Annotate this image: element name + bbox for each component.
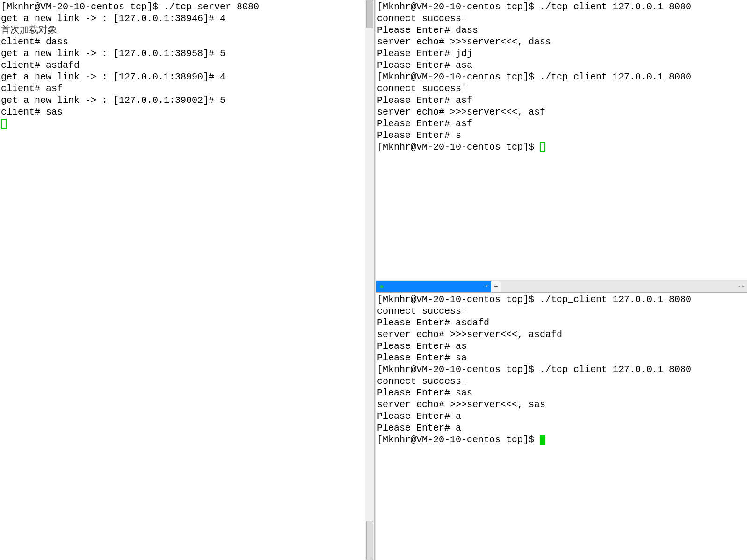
terminal-line: [Mknhr@VM-20-10-centos tcp]$ ./tcp_clien…	[377, 294, 747, 305]
scroll-track-end[interactable]	[366, 521, 373, 560]
prompt-line: [Mknhr@VM-20-10-centos tcp]$	[377, 434, 747, 445]
terminal-line: Please Enter# asa	[377, 59, 747, 71]
close-tab-icon[interactable]: ×	[485, 283, 488, 290]
terminal-output-left: [Mknhr@VM-20-10-centos tcp]$ ./tcp_serve…	[1, 1, 374, 129]
terminal-line: connect success!	[377, 13, 747, 24]
right-top-terminal-pane[interactable]: [Mknhr@VM-20-10-centos tcp]$ ./tcp_clien…	[376, 0, 747, 280]
terminal-line: Please Enter# a	[377, 410, 747, 422]
shell-prompt: [Mknhr@VM-20-10-centos tcp]$	[377, 434, 540, 445]
terminal-line: connect success!	[377, 305, 747, 317]
shell-prompt: [Mknhr@VM-20-10-centos tcp]$	[377, 142, 540, 152]
terminal-line: Please Enter# sa	[377, 352, 747, 364]
terminal-line: Please Enter# asdafd	[377, 317, 747, 329]
active-tab[interactable]: ×	[376, 281, 491, 292]
terminal-line: Please Enter# as	[377, 340, 747, 352]
terminal-line: [Mknhr@VM-20-10-centos tcp]$ ./tcp_clien…	[377, 71, 747, 83]
terminal-line: connect success!	[377, 375, 747, 387]
tab-nav-arrows: ◂ ▸	[736, 281, 747, 292]
terminal-line: Please Enter# asf	[377, 94, 747, 106]
cursor-icon	[540, 142, 545, 152]
terminal-line: client# sas	[1, 106, 374, 118]
plus-icon: +	[494, 283, 498, 291]
terminal-line: Please Enter# sas	[377, 387, 747, 399]
terminal-line: Please Enter# asf	[377, 118, 747, 129]
tab-nav-right-icon[interactable]: ▸	[742, 283, 745, 290]
cursor-line	[1, 118, 374, 129]
terminal-line: server echo# >>>server<<<, asf	[377, 106, 747, 118]
scroll-thumb[interactable]	[366, 0, 373, 28]
terminal-line: client# asf	[1, 83, 374, 94]
terminal-line: client# asdafd	[1, 59, 374, 71]
prompt-line: [Mknhr@VM-20-10-centos tcp]$	[377, 141, 747, 153]
cursor-icon	[1, 119, 7, 129]
left-terminal-pane[interactable]: [Mknhr@VM-20-10-centos tcp]$ ./tcp_serve…	[0, 0, 374, 560]
status-dot-icon	[380, 285, 383, 288]
cursor-icon	[540, 435, 545, 445]
terminal-line: Please Enter# jdj	[377, 48, 747, 59]
terminal-line: Please Enter# s	[377, 129, 747, 141]
right-bottom-terminal-pane[interactable]: [Mknhr@VM-20-10-centos tcp]$ ./tcp_clien…	[376, 293, 747, 560]
terminal-line: 首次加载对象	[1, 24, 374, 36]
terminal-line: client# dass	[1, 36, 374, 48]
terminal-line: get a new link -> : [127.0.0.1:39002]# 5	[1, 94, 374, 106]
tab-bar: × + ◂ ▸	[376, 281, 747, 293]
terminal-output-right-bottom: [Mknhr@VM-20-10-centos tcp]$ ./tcp_clien…	[377, 294, 747, 445]
tab-nav-left-icon[interactable]: ◂	[738, 283, 741, 290]
terminal-line: server echo# >>>server<<<, asdafd	[377, 329, 747, 340]
terminal-line: [Mknhr@VM-20-10-centos tcp]$ ./tcp_clien…	[377, 364, 747, 375]
terminal-line: [Mknhr@VM-20-10-centos tcp]$ ./tcp_clien…	[377, 1, 747, 13]
scrollbar-vertical[interactable]	[365, 0, 374, 560]
terminal-output-right-top: [Mknhr@VM-20-10-centos tcp]$ ./tcp_clien…	[377, 1, 747, 153]
right-column: [Mknhr@VM-20-10-centos tcp]$ ./tcp_clien…	[376, 0, 747, 560]
terminal-line: Please Enter# a	[377, 422, 747, 434]
terminal-line: server echo# >>>server<<<, dass	[377, 36, 747, 48]
terminal-line: get a new link -> : [127.0.0.1:38946]# 4	[1, 13, 374, 24]
terminal-line: get a new link -> : [127.0.0.1:38990]# 4	[1, 71, 374, 83]
terminal-line: server echo# >>>server<<<, sas	[377, 399, 747, 410]
new-tab-button[interactable]: +	[491, 281, 501, 292]
terminal-line: Please Enter# dass	[377, 24, 747, 36]
terminal-line: get a new link -> : [127.0.0.1:38958]# 5	[1, 48, 374, 59]
terminal-line: [Mknhr@VM-20-10-centos tcp]$ ./tcp_serve…	[1, 1, 374, 13]
terminal-line: connect success!	[377, 83, 747, 94]
